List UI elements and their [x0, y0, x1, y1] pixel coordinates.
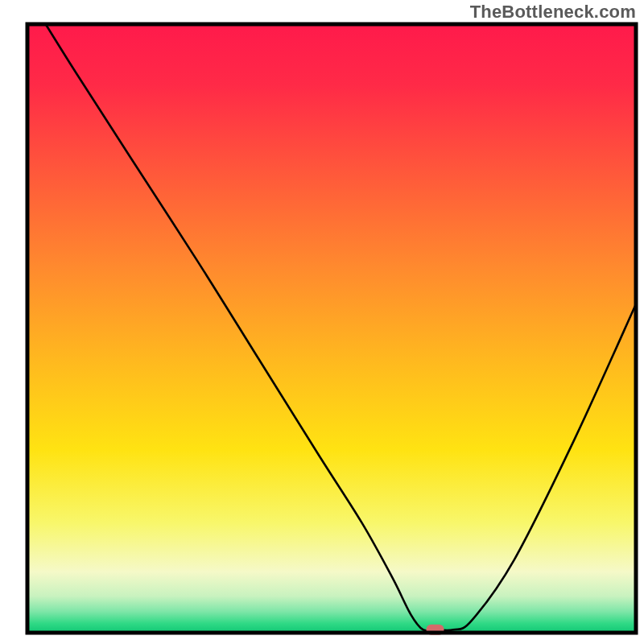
chart-svg — [0, 0, 644, 644]
plot-background — [27, 24, 636, 633]
chart-container: TheBottleneck.com — [0, 0, 644, 644]
watermark-text: TheBottleneck.com — [470, 2, 636, 23]
